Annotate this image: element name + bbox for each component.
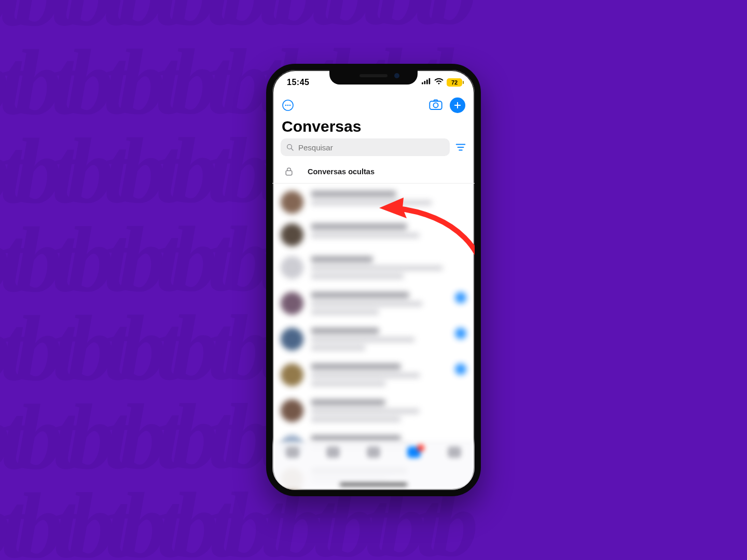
tab-communities[interactable]	[360, 446, 387, 467]
home-indicator	[340, 483, 407, 486]
tab-chats[interactable]	[400, 446, 427, 467]
unread-badge	[455, 292, 466, 303]
search-input[interactable]	[297, 143, 445, 152]
camera-icon	[429, 99, 442, 110]
list-item[interactable]	[272, 252, 475, 288]
battery-indicator: 72	[447, 78, 462, 87]
tab-updates[interactable]	[279, 446, 306, 467]
camera-button[interactable]	[429, 99, 442, 112]
unread-badge	[455, 363, 466, 375]
list-item[interactable]	[272, 219, 475, 252]
phone-mockup: 15:45 72	[266, 64, 481, 496]
hidden-chats-label: Conversas ocultas	[308, 167, 375, 176]
list-item[interactable]	[272, 359, 475, 395]
tab-badge	[417, 444, 424, 452]
search-field[interactable]	[281, 138, 450, 156]
tab-bar	[272, 442, 475, 490]
search-icon	[286, 143, 294, 151]
page-title: Conversas	[272, 116, 475, 138]
list-item[interactable]	[272, 324, 475, 359]
search-row	[272, 138, 475, 160]
hidden-chats-row[interactable]: Conversas ocultas	[272, 160, 475, 184]
avatar	[281, 363, 303, 386]
wifi-icon	[434, 78, 444, 87]
battery-percent: 72	[451, 79, 458, 86]
list-item[interactable]	[272, 395, 475, 431]
status-time: 15:45	[287, 78, 309, 87]
svg-point-6	[287, 105, 289, 106]
promo-background: tbtbtbtbtbtbtbtbtbtb tbtbtbtbtbtbtbtbtbt…	[0, 0, 747, 560]
list-item[interactable]	[272, 187, 475, 219]
avatar	[281, 399, 303, 422]
svg-rect-0	[422, 82, 423, 85]
avatar	[281, 256, 303, 279]
svg-rect-1	[424, 81, 426, 84]
avatar	[281, 223, 303, 246]
new-chat-button[interactable]	[450, 97, 465, 113]
filter-button[interactable]	[455, 142, 466, 153]
svg-point-5	[285, 105, 287, 106]
phone-notch	[329, 69, 418, 85]
svg-point-7	[289, 105, 291, 106]
svg-rect-15	[286, 171, 292, 175]
svg-point-9	[433, 103, 438, 107]
svg-rect-3	[429, 78, 431, 85]
app-header	[272, 95, 475, 116]
more-circle-icon	[282, 99, 294, 111]
plus-icon	[453, 101, 462, 110]
cellular-signal-icon	[422, 78, 431, 87]
avatar	[281, 292, 303, 315]
svg-rect-2	[426, 79, 428, 84]
filter-icon	[455, 142, 466, 153]
tab-settings[interactable]	[441, 446, 468, 467]
avatar	[281, 191, 303, 214]
lock-icon	[282, 166, 296, 177]
svg-line-11	[291, 148, 293, 150]
avatar	[281, 328, 303, 351]
list-item[interactable]	[272, 288, 475, 324]
more-options-button[interactable]	[282, 99, 294, 111]
unread-badge	[455, 328, 466, 339]
tab-calls[interactable]	[320, 446, 347, 467]
